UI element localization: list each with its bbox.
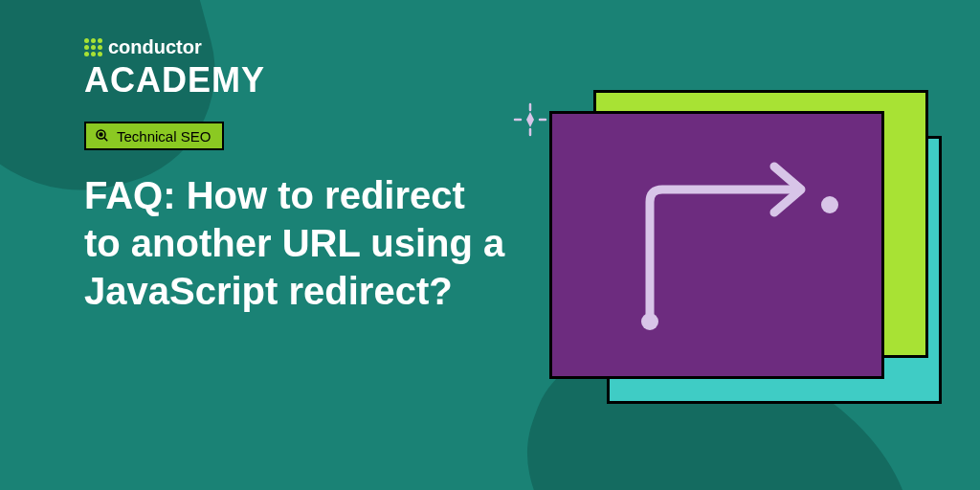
redirect-arrow-icon xyxy=(583,149,851,341)
category-tag: Technical SEO xyxy=(84,122,224,150)
brand-name: conductor xyxy=(108,36,202,58)
subbrand-name: ACADEMY xyxy=(84,60,505,100)
card-front-purple xyxy=(549,111,884,379)
tag-label: Technical SEO xyxy=(117,128,211,145)
svg-point-2 xyxy=(641,313,658,330)
logo: conductor xyxy=(84,36,505,58)
page-title: FAQ: How to redirect to another URL usin… xyxy=(84,171,505,315)
gear-search-icon xyxy=(94,127,111,145)
svg-point-3 xyxy=(821,196,838,213)
content-area: conductor ACADEMY Technical SEO FAQ: How… xyxy=(84,36,505,315)
svg-point-1 xyxy=(100,133,102,136)
logo-dots-icon xyxy=(84,38,102,56)
card-stack-illustration xyxy=(549,77,932,402)
sparkle-icon xyxy=(511,100,549,139)
